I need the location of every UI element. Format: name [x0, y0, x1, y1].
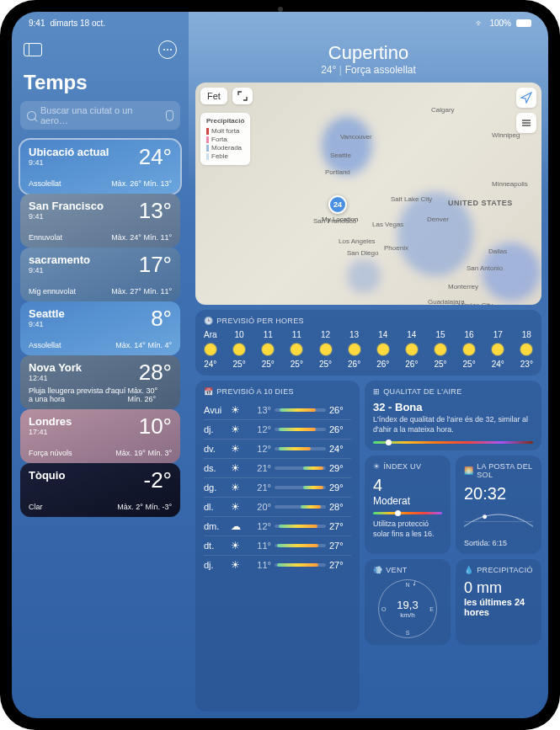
tenday-title: Previsió a 10 dies [216, 387, 293, 396]
weather-map[interactable]: Fet Precipitació Molt fortaFortaModerada… [195, 83, 541, 305]
search-input[interactable]: Buscar una ciutat o un aero… [20, 101, 180, 130]
precip-period: les últimes 24 hores [464, 597, 533, 617]
camera-dot [278, 7, 283, 12]
city-temp: 28° [139, 361, 172, 383]
uv-tile[interactable]: ☀ Índex UV 4 Moderat Utilitza protecció … [365, 456, 451, 554]
hour-item: 13 26° [348, 330, 360, 369]
ipad-device-frame: 9:41 dimarts 18 oct. ᯤ 100% Temps Buscar… [0, 0, 560, 730]
main-panel: Cupertino 24° Força assolellat Fet Preci… [189, 12, 548, 718]
city-cond: Mig ennuvolat [29, 287, 76, 296]
map-legend: Precipitació Molt fortaFortaModeradaFebl… [200, 113, 250, 165]
wind-title: Vent [386, 566, 407, 574]
city-cond: Pluja lleugera prevista d'aquí a una hor… [29, 386, 128, 403]
aqi-scale [373, 441, 533, 444]
sun-icon [492, 344, 504, 355]
sun-icon [520, 344, 532, 355]
calendar-icon: 📅 [204, 387, 213, 396]
city-cond: Assolellat [29, 179, 61, 188]
city-time: 12:41 [29, 374, 82, 382]
map-city-label: Denver [427, 216, 449, 223]
day-row: dg. ☀ 21° 29° [204, 477, 351, 497]
city-cond: Força núvols [29, 449, 72, 457]
city-card[interactable]: Seattle 9:41 8° Assolellat Màx. 14° Mín.… [20, 301, 180, 355]
map-city-label: Seattle [330, 152, 351, 159]
city-hilo: Màx. 26° Mín. 13° [111, 179, 172, 188]
map-city-label: Minneapolis [492, 180, 528, 188]
wind-speed: 19,3 [397, 599, 418, 611]
search-icon [27, 111, 36, 120]
my-location-pin[interactable]: 24 [328, 195, 347, 214]
wind-icon: 💨 [373, 566, 382, 574]
map-city-label: San Francisco [313, 217, 356, 225]
city-temp: 10° [139, 415, 172, 437]
map-city-label: Calgary [431, 106, 455, 114]
sun-icon [349, 344, 360, 355]
city-card[interactable]: sacramento 9:41 17° Mig ennuvolat Màx. 2… [20, 248, 180, 301]
location-header: Cupertino 24° Força assolellat [195, 37, 541, 77]
hourly-title: Previsió per hores [216, 317, 303, 325]
city-temp: 8° [151, 307, 172, 329]
map-layers-button[interactable] [516, 113, 536, 133]
hour-item: 11 25° [262, 330, 275, 369]
wind-compass: N S E O ↓ 19,3 km/h [378, 579, 437, 638]
sunset-icon: 🌅 [464, 466, 473, 475]
map-city-label: Las Vegas [372, 221, 403, 228]
hour-item: 12 25° [319, 330, 332, 369]
city-card[interactable]: Ubicació actual 9:41 24° Assolellat Màx.… [20, 140, 180, 194]
hour-item: 16 25° [463, 330, 476, 369]
sun-icon [205, 344, 216, 355]
sun-icon: ☀ [373, 462, 380, 471]
tenday-forecast-tile[interactable]: 📅 Previsió a 10 dies Avui ☀ 13° 26° dj. … [195, 381, 360, 711]
wind-unit: km/h [400, 611, 414, 619]
map-city-label: Salt Lake City [391, 195, 432, 203]
city-name: Tòquio [29, 469, 65, 482]
sunset-tile[interactable]: 🌅 La posta del sol 20:32 Sortida: 6:15 [456, 456, 541, 554]
map-done-button[interactable]: Fet [200, 88, 227, 104]
search-placeholder: Buscar una ciutat o un aero… [40, 105, 162, 125]
day-row: dv. ☀ 12° 24° [204, 439, 351, 458]
uv-title: Índex UV [383, 462, 421, 471]
precip-tile[interactable]: 💧 Precipitació 0 mm les últimes 24 hores [456, 559, 541, 645]
day-row: ds. ☀ 21° 29° [204, 458, 351, 477]
map-city-label: Monterrey [448, 283, 478, 290]
sidebar-toggle-icon[interactable] [24, 43, 42, 56]
city-card[interactable]: Nova York 12:41 28° Pluja lleugera previ… [20, 355, 180, 409]
map-city-label: Dallas [488, 248, 507, 255]
aqi-tile[interactable]: ⊞ Qualitat de l'aire 32 - Bona L'índex d… [365, 381, 541, 450]
status-bar: 9:41 dimarts 18 oct. ᯤ 100% [12, 12, 548, 30]
city-time: 17:41 [29, 428, 72, 436]
city-card[interactable]: Tòquio -2° Clar Màx. 2° Mín. -3° [20, 463, 180, 517]
city-name: Londres [29, 415, 72, 428]
city-temp: 13° [139, 200, 172, 221]
legend-row: Moderada [206, 144, 244, 152]
map-fullscreen-button[interactable] [232, 88, 253, 104]
sun-icon [291, 344, 302, 355]
city-card[interactable]: Londres 17:41 10° Força núvols Màx. 19° … [20, 409, 180, 463]
wind-tile[interactable]: 💨 Vent N S E O ↓ 19,3 km/h [365, 559, 451, 645]
map-locate-button[interactable] [516, 88, 536, 108]
hour-item: Ara 24° [204, 330, 217, 369]
precip-title: Precipitació [477, 566, 532, 574]
clock-icon: 🕒 [204, 317, 213, 325]
city-name: San Francisco [29, 200, 104, 212]
day-row: dt. ☀ 11° 27° [204, 536, 351, 555]
city-hilo: Màx. 24° Mín. 11° [111, 233, 172, 242]
sidebar: Temps Buscar una ciutat o un aero… Ubica… [12, 12, 189, 718]
sunset-curve [464, 507, 533, 532]
city-cond: Clar [29, 503, 43, 511]
city-card[interactable]: San Francisco 9:41 13° Ennuvolat Màx. 24… [20, 194, 180, 248]
day-row: dj. ☀ 11° 27° [204, 555, 351, 574]
mic-icon[interactable] [166, 110, 173, 121]
aqi-icon: ⊞ [373, 387, 380, 396]
svg-point-1 [483, 515, 487, 520]
sun-icon [377, 344, 389, 355]
weather-icon: ☀ [231, 540, 246, 551]
hour-item: 10 25° [233, 330, 246, 369]
sun-icon [262, 344, 274, 355]
weather-icon: ☀ [231, 462, 246, 474]
hour-item: 17 24° [492, 330, 504, 369]
more-icon[interactable] [158, 40, 177, 59]
hourly-forecast-tile[interactable]: 🕒 Previsió per hores Ara 24° 10 25° 11 2… [195, 310, 541, 376]
battery-icon [516, 19, 531, 27]
aqi-desc: L'índex de qualitat de l'aire és de 32, … [373, 415, 533, 434]
